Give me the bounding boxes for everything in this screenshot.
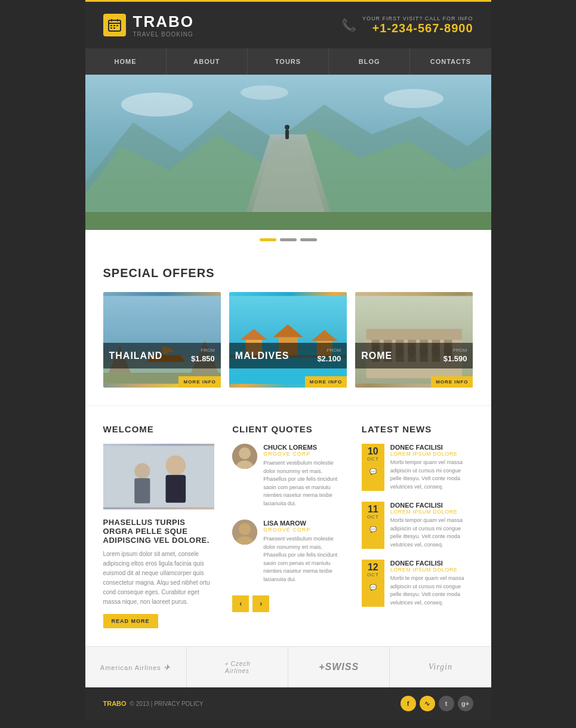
offer-btn-rome[interactable]: MORE INFO	[431, 376, 473, 388]
offer-name-maldives: MALDIVES	[235, 351, 289, 361]
welcome-col: WELCOME PHASELLUS TURPIS ORGRA PELLE SQU…	[103, 424, 215, 628]
calendar-icon	[107, 18, 122, 32]
offer-maldives: MALDIVES FROM $2.100 MORE INFO	[229, 292, 347, 388]
offer-price-val-rome: $1.590	[443, 354, 467, 363]
partner-czech: ✦ CzechAirlines	[187, 647, 288, 687]
svg-point-18	[384, 89, 443, 108]
offer-label-thailand: THAILAND FROM $1.850	[103, 343, 221, 368]
special-offers-section: SPECIAL OFFERS	[85, 250, 491, 406]
svg-marker-14	[85, 212, 491, 230]
footer-social: f ∿ t g+	[401, 696, 473, 711]
svg-point-16	[285, 125, 289, 130]
social-rss-button[interactable]: ∿	[420, 696, 435, 711]
welcome-image	[103, 444, 215, 509]
three-col-section: WELCOME PHASELLUS TURPIS ORGRA PELLE SQU…	[85, 406, 491, 646]
partner-czech-name: ✦ CzechAirlines	[224, 660, 251, 674]
news-icon-3: 💬	[368, 580, 378, 593]
offer-from-thailand: FROM	[191, 348, 215, 353]
svg-point-59	[239, 447, 251, 459]
svg-rect-15	[285, 130, 289, 139]
contact-info: 📞 YOUR FIRST VISIT? CALL FOR INFO +1-234…	[341, 16, 473, 35]
offer-label-maldives: MALDIVES FROM $2.100	[229, 343, 347, 368]
dot-1[interactable]	[260, 238, 276, 241]
logo-text: TRABO TRAVEL BOOKING	[133, 13, 194, 38]
quote-avatar-2	[232, 520, 257, 545]
phone-icon: 📞	[341, 18, 356, 32]
contact-text: YOUR FIRST VISIT? CALL FOR INFO +1-234-5…	[362, 16, 473, 35]
quote-name-2: LISA MAROW	[263, 520, 344, 527]
offer-name-rome: ROME	[361, 351, 392, 361]
offer-btn-thailand[interactable]: MORE INFO	[178, 376, 220, 388]
nav-contacts[interactable]: CONTACTS	[410, 48, 491, 75]
news-title: LATEST NEWS	[362, 424, 473, 434]
footer: TRABO © 2013 | PRIVACY POLICY f ∿ t g+	[85, 687, 491, 720]
news-subtitle-3: LOREM IPSUM DOLORE	[390, 567, 473, 573]
logo-subtitle: TRAVEL BOOKING	[133, 31, 194, 38]
news-subtitle-1: LOREM IPSUM DOLORE	[390, 451, 473, 457]
news-title-2: DONEC FACILISI	[390, 502, 473, 509]
quote-prev-button[interactable]: ‹	[232, 595, 249, 612]
hero-svg	[85, 75, 491, 230]
partner-virgin-name: Virgin	[429, 662, 452, 672]
social-twitter-button[interactable]: t	[439, 696, 454, 711]
contact-number: +1-234-567-8900	[362, 21, 473, 35]
quote-next-button[interactable]: ›	[252, 595, 269, 612]
news-title-1: DONEC FACILISI	[390, 444, 473, 451]
svg-rect-5	[113, 25, 115, 26]
nav-about[interactable]: ABOUT	[167, 48, 248, 75]
read-more-button[interactable]: READ MORE	[103, 614, 158, 628]
offer-thailand: THAILAND FROM $1.850 MORE INFO	[103, 292, 221, 388]
news-text-1: Morbi tempor quam vel massa adipiscin ut…	[390, 459, 473, 491]
social-facebook-button[interactable]: f	[401, 696, 416, 711]
offer-price-maldives: FROM $2.100	[317, 348, 341, 364]
quote-company-2: GROOVE CORP	[263, 527, 344, 533]
news-text-3: Morbi te mpor quam vel massa adipiscin u…	[390, 575, 473, 607]
offer-btn-maldives[interactable]: MORE INFO	[305, 376, 347, 388]
nav-blog[interactable]: BLOG	[329, 48, 410, 75]
welcome-body: Lorem ipsum dolor sit amet, consele adip…	[103, 549, 215, 607]
offer-img-rome	[355, 292, 473, 388]
offer-img-thailand	[103, 292, 221, 388]
logo-title: TRABO	[133, 13, 194, 31]
nav-tours[interactable]: TOURS	[248, 48, 329, 75]
avatar-svg-2	[232, 520, 257, 545]
quote-text-1: Praesent vestibulum molestie dolor nonum…	[263, 459, 344, 508]
offer-price-val-thailand: $1.850	[191, 354, 215, 363]
offers-grid: THAILAND FROM $1.850 MORE INFO	[103, 292, 473, 388]
svg-point-19	[241, 85, 288, 100]
dot-3[interactable]	[300, 238, 317, 241]
logo-area: TRABO TRAVEL BOOKING	[103, 13, 194, 38]
partners-section: American Airlines ✈ ✦ CzechAirlines +SWI…	[85, 646, 491, 687]
welcome-headline: PHASELLUS TURPIS ORGRA PELLE SQUE ADIPIS…	[103, 518, 215, 545]
svg-rect-53	[103, 446, 215, 508]
welcome-title: WELCOME	[103, 424, 215, 434]
quote-text-2: Praesent vestibulum molestie dolor nonum…	[263, 535, 344, 583]
news-col: LATEST NEWS 10 OCT 💬 DONEC FACILISI LORE…	[362, 424, 473, 628]
dot-2[interactable]	[280, 238, 297, 241]
quote-company-1: GROOVE CORP	[263, 451, 344, 457]
svg-rect-6	[116, 25, 118, 26]
news-day-2: 11	[368, 505, 378, 514]
svg-rect-55	[165, 475, 186, 503]
news-item-3: 12 OCT 💬 DONEC FACILISI LOREM IPSUM DOLO…	[362, 560, 473, 607]
news-month-3: OCT	[367, 572, 379, 578]
news-icon-1: 💬	[368, 464, 378, 477]
svg-point-17	[121, 93, 193, 116]
social-gplus-button[interactable]: g+	[458, 696, 473, 711]
news-month-2: OCT	[367, 514, 379, 520]
maldives-img-svg	[229, 292, 347, 388]
thailand-img-svg	[103, 292, 221, 388]
partner-swiss-name: +SWISS	[319, 662, 359, 672]
offer-rome: ROME FROM $1.590 MORE INFO	[355, 292, 473, 388]
svg-point-54	[165, 456, 186, 476]
quote-item-2: LISA MAROW GROOVE CORP Praesent vestibul…	[232, 520, 344, 583]
partner-swiss: +SWISS	[288, 647, 390, 687]
slider-dots	[85, 230, 491, 250]
partner-american-name: American Airlines ✈	[100, 663, 171, 672]
svg-point-62	[239, 523, 251, 535]
news-item-2: 11 OCT 💬 DONEC FACILISI LOREM IPSUM DOLO…	[362, 502, 473, 549]
nav-home[interactable]: HOME	[85, 48, 167, 75]
svg-rect-7	[110, 27, 112, 29]
news-month-1: OCT	[367, 456, 379, 462]
news-body-1: DONEC FACILISI LOREM IPSUM DOLORE Morbi …	[390, 444, 473, 491]
